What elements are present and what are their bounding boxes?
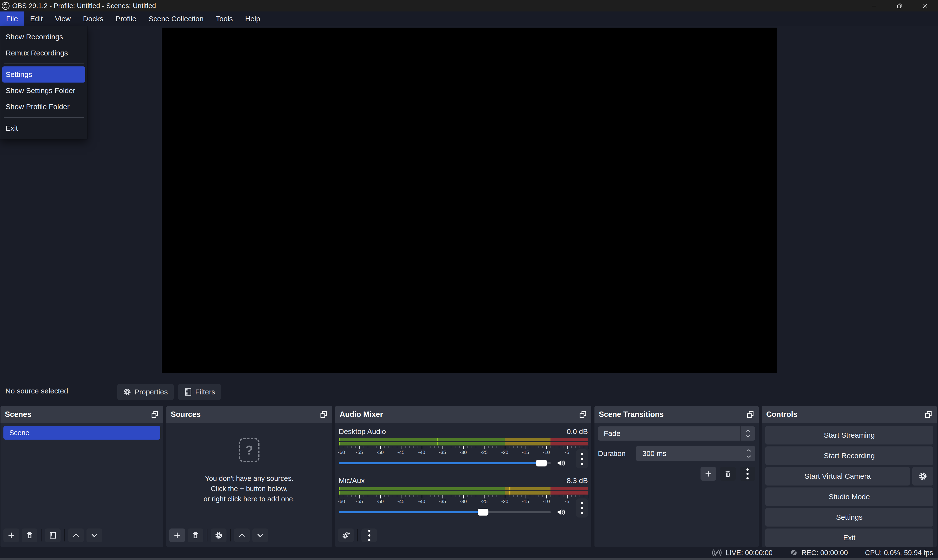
db-tick xyxy=(501,495,501,497)
db-tick xyxy=(538,446,539,448)
move-source-down-button[interactable] xyxy=(253,529,268,542)
menu-profile[interactable]: Profile xyxy=(109,11,142,26)
speaker-icon[interactable] xyxy=(556,458,566,468)
meter-peak-marker xyxy=(437,442,438,445)
studio-mode-button[interactable]: Studio Mode xyxy=(765,488,933,506)
remove-transition-button[interactable] xyxy=(720,467,736,481)
file-menu-item-show-settings-folder[interactable]: Show Settings Folder xyxy=(0,83,87,98)
controls-header: Controls xyxy=(762,406,937,423)
popout-icon[interactable] xyxy=(747,411,754,418)
speaker-icon[interactable] xyxy=(556,507,566,517)
db-scale-ruler: -60-55-50-45-40-35-30-25-20-15-10-50 xyxy=(339,495,588,506)
db-tick xyxy=(359,495,360,498)
start-recording-button[interactable]: Start Recording xyxy=(765,446,933,465)
filters-button[interactable]: Filters xyxy=(178,384,221,400)
db-tick xyxy=(588,446,588,449)
gear-icon xyxy=(918,472,927,481)
move-source-up-button[interactable] xyxy=(234,529,250,542)
start-streaming-button[interactable]: Start Streaming xyxy=(765,426,933,445)
transition-select[interactable]: Fade xyxy=(598,426,755,441)
audio-mixer-title: Audio Mixer xyxy=(340,410,383,419)
add-scene-button[interactable] xyxy=(3,529,19,542)
add-transition-button[interactable] xyxy=(701,467,716,481)
restore-button[interactable] xyxy=(887,0,912,11)
volume-slider[interactable] xyxy=(339,511,551,513)
advanced-audio-button[interactable] xyxy=(338,529,354,542)
file-menu-item-exit[interactable]: Exit xyxy=(0,120,87,136)
minimize-button[interactable] xyxy=(861,0,887,11)
file-menu-item-remux-recordings[interactable]: Remux Recordings xyxy=(0,45,87,61)
sources-empty-line: or right click here to add one. xyxy=(203,494,295,504)
properties-button[interactable]: Properties xyxy=(117,384,174,400)
transition-menu-button[interactable] xyxy=(739,467,755,481)
dot xyxy=(747,477,749,479)
db-tick xyxy=(339,446,339,449)
file-menu-item-show-profile-folder[interactable]: Show Profile Folder xyxy=(0,98,87,115)
menu-separator xyxy=(4,117,84,118)
popout-icon[interactable] xyxy=(924,411,932,418)
dot xyxy=(581,512,583,514)
menu-view[interactable]: View xyxy=(49,11,77,26)
db-tick xyxy=(584,446,584,448)
db-tick xyxy=(484,495,485,498)
db-tick xyxy=(513,495,514,497)
channel-menu-button[interactable] xyxy=(576,449,588,468)
db-tick xyxy=(525,495,526,498)
db-scale-label: -60 xyxy=(338,449,345,455)
volume-slider-handle[interactable] xyxy=(536,460,547,466)
file-menu-item-settings[interactable]: Settings xyxy=(2,66,85,83)
sources-list[interactable]: ? You don't have any sources. Click the … xyxy=(166,423,332,526)
file-menu-item-show-recordings[interactable]: Show Recordings xyxy=(0,29,87,45)
menu-scene-collection[interactable]: Scene Collection xyxy=(142,11,209,26)
add-source-button[interactable] xyxy=(169,529,185,542)
move-scene-up-button[interactable] xyxy=(68,529,84,542)
volume-meter xyxy=(339,438,588,441)
scene-list-item[interactable]: Scene xyxy=(3,426,160,440)
transition-spinner[interactable] xyxy=(740,426,755,441)
db-scale-label: -25 xyxy=(481,499,488,504)
volume-slider-handle[interactable] xyxy=(477,509,488,515)
chevron-up-icon[interactable] xyxy=(746,449,752,452)
chevron-down-icon[interactable] xyxy=(746,455,752,458)
popout-icon[interactable] xyxy=(579,411,587,418)
db-scale-label: -10 xyxy=(543,499,550,504)
close-button[interactable] xyxy=(912,0,938,11)
remove-source-button[interactable] xyxy=(188,529,203,542)
menu-file[interactable]: File xyxy=(0,11,24,26)
duration-spinbox[interactable]: 300 ms xyxy=(636,446,755,461)
remove-scene-button[interactable] xyxy=(22,529,37,542)
db-tick xyxy=(571,446,572,448)
db-scale-label: -35 xyxy=(439,499,446,504)
db-tick xyxy=(447,495,447,497)
popout-icon[interactable] xyxy=(151,411,159,418)
menu-edit[interactable]: Edit xyxy=(24,11,49,26)
chevron-down-icon xyxy=(746,434,751,438)
virtual-camera-settings-button[interactable] xyxy=(912,467,933,486)
menu-help[interactable]: Help xyxy=(239,11,266,26)
menu-tools[interactable]: Tools xyxy=(209,11,239,26)
scenes-panel-header: Scenes xyxy=(0,406,163,423)
controls-row: Start Recording xyxy=(765,446,933,465)
db-tick xyxy=(521,446,522,448)
db-tick xyxy=(417,495,418,497)
scene-filters-button[interactable] xyxy=(45,529,61,542)
db-scale-label: -50 xyxy=(377,449,384,455)
volume-slider[interactable] xyxy=(339,462,551,464)
channel-menu-button[interactable] xyxy=(576,498,588,517)
dot xyxy=(581,463,583,465)
preview-canvas[interactable] xyxy=(162,28,777,373)
mixer-menu-button[interactable] xyxy=(361,529,377,542)
settings-button[interactable]: Settings xyxy=(765,508,933,526)
db-tick xyxy=(343,446,343,448)
source-properties-button[interactable] xyxy=(211,529,226,542)
menu-bar: FileEditViewDocksProfileScene Collection… xyxy=(0,11,938,26)
menu-docks[interactable]: Docks xyxy=(77,11,109,26)
controls-panel: Controls Start StreamingStart RecordingS… xyxy=(762,406,937,547)
popout-icon[interactable] xyxy=(320,411,328,418)
move-scene-down-button[interactable] xyxy=(86,529,102,542)
start-virtual-camera-button[interactable]: Start Virtual Camera xyxy=(765,467,910,486)
db-tick xyxy=(426,446,427,448)
exit-button[interactable]: Exit xyxy=(765,529,933,547)
dot xyxy=(368,539,370,541)
db-tick xyxy=(476,446,476,448)
